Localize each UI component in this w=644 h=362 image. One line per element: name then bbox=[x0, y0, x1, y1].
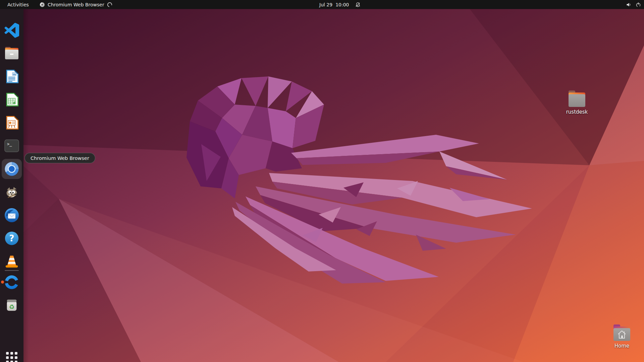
power-icon bbox=[636, 2, 641, 7]
libreoffice-writer-icon bbox=[4, 69, 19, 84]
trash-icon: ♻ bbox=[4, 297, 19, 313]
ubuntu-desktop: Activities Chromium Web Browser Jul 29 1… bbox=[0, 0, 644, 362]
home-folder-icon bbox=[612, 324, 632, 342]
notifications-muted-bell-icon bbox=[355, 2, 361, 7]
svg-text:?: ? bbox=[9, 233, 14, 243]
help-icon: ? bbox=[4, 231, 19, 246]
dock-item-terminal[interactable]: >_ bbox=[2, 136, 21, 155]
chromium-grayscale-icon bbox=[40, 2, 45, 7]
running-indicator-dot bbox=[1, 281, 4, 284]
svg-text:>_: >_ bbox=[7, 142, 12, 147]
dock-item-files[interactable] bbox=[2, 44, 21, 63]
system-status-menu[interactable] bbox=[626, 0, 641, 9]
show-applications-icon bbox=[5, 351, 18, 362]
dock-item-vscode[interactable] bbox=[2, 21, 21, 40]
show-applications-button[interactable] bbox=[2, 348, 21, 362]
vlc-icon bbox=[4, 254, 19, 269]
focused-app-menu[interactable]: Chromium Web Browser bbox=[40, 2, 112, 7]
clock-date: Jul 29 bbox=[319, 2, 332, 7]
desktop-folder-rustdesk[interactable]: rustdesk bbox=[560, 90, 594, 115]
dock-item-help[interactable]: ? bbox=[2, 229, 21, 248]
dock-item-libreoffice-calc[interactable] bbox=[2, 90, 21, 109]
activities-button[interactable]: Activities bbox=[6, 2, 31, 7]
dock-item-thunderbird[interactable] bbox=[2, 206, 21, 225]
dock-item-gimp[interactable] bbox=[2, 183, 21, 201]
volume-icon bbox=[626, 2, 631, 7]
rustdesk-swirl-icon bbox=[4, 274, 20, 290]
dock-item-libreoffice-impress[interactable] bbox=[2, 113, 21, 132]
desktop-folder-home[interactable]: Home bbox=[605, 324, 639, 349]
desktop-folder-label: rustdesk bbox=[566, 109, 588, 115]
dash-dock: >_ bbox=[0, 9, 23, 362]
top-bar: Activities Chromium Web Browser Jul 29 1… bbox=[0, 0, 644, 9]
dock-tooltip: Chromium Web Browser bbox=[24, 153, 95, 163]
clock-time: 10:00 bbox=[335, 2, 349, 7]
dock-item-chromium[interactable] bbox=[2, 159, 22, 179]
files-folder-icon bbox=[4, 45, 20, 61]
app-loading-spinner-icon bbox=[107, 2, 112, 7]
dock-item-rustdesk[interactable] bbox=[2, 273, 21, 292]
clock-menu-button[interactable]: Jul 29 10:00 bbox=[319, 0, 361, 9]
svg-text:♻: ♻ bbox=[9, 303, 14, 310]
desktop-folder-label: Home bbox=[614, 343, 629, 349]
dock-item-trash[interactable]: ♻ bbox=[2, 296, 21, 314]
dock-separator bbox=[5, 270, 19, 271]
chromium-icon bbox=[4, 161, 20, 177]
desktop-wallpaper-jellyfish bbox=[0, 0, 644, 362]
vscode-icon bbox=[4, 22, 19, 38]
libreoffice-calc-icon bbox=[4, 92, 19, 107]
folder-icon bbox=[567, 90, 587, 108]
dock-item-vlc[interactable] bbox=[2, 252, 21, 271]
dock-item-libreoffice-writer[interactable] bbox=[2, 67, 21, 86]
thunderbird-icon bbox=[4, 207, 20, 223]
focused-app-title: Chromium Web Browser bbox=[48, 2, 104, 7]
terminal-icon: >_ bbox=[4, 138, 20, 154]
gimp-icon bbox=[4, 184, 19, 200]
libreoffice-impress-icon bbox=[4, 115, 19, 130]
